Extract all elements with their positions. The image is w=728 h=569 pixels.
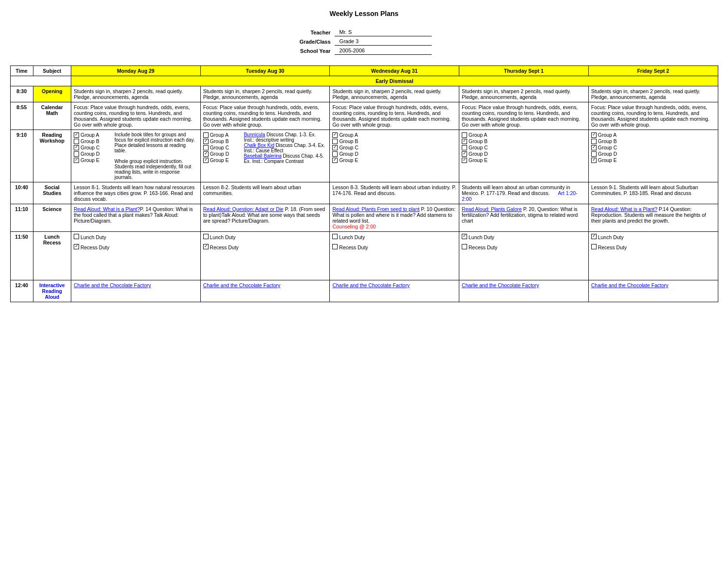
time-lunch: 11:50 [10, 232, 33, 280]
wednesday-science-link[interactable]: Read Aloud: Plants From seed to plant [332, 206, 420, 212]
thursday-groups-list: Group A Group B Group C Group D Group E [462, 132, 501, 163]
wednesday-groups-list: Group A Group B Group C Group D Group E [332, 132, 371, 163]
thursday-chocolate-link[interactable]: Charlie and the Chocolate Factory [462, 282, 539, 288]
thursday-social: Students will learn about an urban commu… [459, 182, 589, 204]
tuesday-group-a: Group A [203, 132, 242, 138]
thursday-group-a: Group A [462, 132, 501, 138]
thursday-lunch-recess: Lunch Duty Recess Duty [459, 232, 589, 280]
tuesday-lunch-recess: Lunch Duty Recess Duty [200, 232, 330, 280]
wednesday-group-b-checkbox [332, 139, 338, 144]
monday-opening: Students sign in, sharpen 2 pencils, rea… [71, 86, 201, 102]
monday-lunch-recess: Lunch Duty Recess Duty [71, 232, 201, 280]
tuesday-chocolate-link[interactable]: Charlie and the Chocolate Factory [203, 282, 280, 288]
wednesday-group-d-checkbox [332, 151, 338, 157]
thursday-science-link[interactable]: Read Aloud: Plants Galore [462, 206, 522, 212]
wednesday-chocolate-link[interactable]: Charlie and the Chocolate Factory [332, 282, 409, 288]
page: Weekly Lesson Plans Teacher Mr. S Grade/… [10, 10, 718, 302]
friday-group-c: Group C [591, 145, 630, 150]
tuesday-reading: Group A Group B Group C Group D Group E … [200, 130, 330, 182]
thursday-group-e-checkbox [462, 158, 467, 163]
time-social: 10:40 [10, 182, 33, 204]
friday-group-a: Group A [591, 132, 630, 138]
friday-chocolate-link[interactable]: Charlie and the Chocolate Factory [591, 282, 668, 288]
page-title: Weekly Lesson Plans [10, 10, 718, 17]
tuesday-calendar: Focus: Place value through hundreds, odd… [200, 102, 330, 130]
friday-lunch-recess: Lunch Duty Recess Duty [588, 232, 718, 280]
monday-group-b: Group B [74, 138, 113, 144]
thursday-group-d: Group D [462, 151, 501, 157]
wednesday-interactive: Charlie and the Chocolate Factory [330, 280, 459, 302]
header-thursday: Thursday Sept 1 [459, 66, 589, 76]
monday-science-link[interactable]: Read Aloud: What is a Plant? [74, 206, 140, 212]
tuesday-group-e-checkbox [203, 158, 209, 163]
tuesday-reading-notes: Bunnicula Discuss Chap. 1-3. Ex. Inst.: … [244, 132, 327, 164]
tuesday-group-e: Group E [203, 157, 242, 163]
friday-group-b-checkbox [591, 139, 597, 144]
thursday-group-b: Group B [462, 138, 501, 144]
wednesday-group-d: Group D [332, 151, 371, 157]
tuesday-interactive: Charlie and the Chocolate Factory [200, 280, 330, 302]
friday-lunch-checkbox [591, 234, 597, 239]
time-opening: 8:30 [10, 86, 33, 102]
thursday-interactive: Charlie and the Chocolate Factory [459, 280, 589, 302]
main-table: Time Subject Monday Aug 29 Tuesday Aug 3… [10, 65, 718, 302]
year-value: 2005-2006 [335, 47, 432, 55]
wednesday-reading: Group A Group B Group C Group D Group E [330, 130, 459, 182]
header-wednesday: Wednesday Aug 31 [330, 66, 459, 76]
wednesday-calendar: Focus: Place value through hundreds, odd… [330, 102, 459, 130]
thursday-group-b-checkbox [462, 139, 467, 144]
monday-lunch-checkbox [74, 234, 79, 239]
friday-group-d: Group D [591, 151, 630, 157]
monday-recess-checkbox [74, 244, 79, 249]
header-friday: Friday Sept 2 [588, 66, 718, 76]
thursday-group-a-checkbox [462, 132, 467, 138]
tuesday-group-a-checkbox [203, 132, 209, 138]
time-reading: 9:10 [10, 130, 33, 182]
wednesday-lunch-recess: Lunch Duty Recess Duty [330, 232, 459, 280]
monday-group-c-checkbox [74, 145, 79, 150]
tuesday-opening: Students sign in, sharpen 2 pencils, rea… [200, 86, 330, 102]
monday-science: Read Aloud: What is a Plant?P. 14 Questi… [71, 204, 201, 232]
thursday-reading: Group A Group B Group C Group D Group E [459, 130, 589, 182]
monday-group-c: Group C [74, 145, 113, 150]
wednesday-group-c: Group C [332, 145, 371, 150]
friday-science: Read Aloud: What is a Plant? P.14 Questi… [588, 204, 718, 232]
tuesday-science-link[interactable]: Read Aloud: Question: Adapt or Die [203, 206, 284, 212]
friday-recess-checkbox [591, 244, 597, 249]
friday-group-a-checkbox [591, 132, 597, 138]
tuesday-baseball-link[interactable]: Baseball Balerina [244, 153, 282, 159]
wednesday-group-e-checkbox [332, 158, 338, 163]
tuesday-recess-checkbox [203, 244, 209, 249]
tuesday-groups-list: Group A Group B Group C Group D Group E [203, 132, 242, 164]
header-time: Time [10, 66, 33, 76]
friday-science-link[interactable]: Read Aloud: What is a Plant? [591, 206, 658, 212]
monday-interactive: Charlie and the Chocolate Factory [71, 280, 201, 302]
monday-group-e: Group E [74, 157, 113, 163]
friday-group-e-checkbox [591, 158, 597, 163]
wednesday-science: Read Aloud: Plants From seed to plant P.… [330, 204, 459, 232]
tuesday-bunnicula-link[interactable]: Bunnicula [244, 132, 265, 137]
friday-reading: Group A Group B Group C Group D Group E [588, 130, 718, 182]
subject-calendar: Calendar Math [33, 102, 71, 130]
wednesday-lunch-checkbox [332, 234, 338, 239]
thursday-recess-checkbox [462, 244, 467, 249]
teacher-value: Mr. S [335, 28, 432, 36]
monday-group-a-checkbox [74, 132, 79, 138]
grade-label: Grade/Class [296, 37, 333, 46]
tuesday-chalkbox-link[interactable]: Chalk Box Kid [244, 143, 275, 148]
friday-social: Lesson 9-1. Students will learn about Su… [588, 182, 718, 204]
subject-reading: Reading Workshop [33, 130, 71, 182]
friday-group-b: Group B [591, 138, 630, 144]
wednesday-group-e: Group E [332, 157, 371, 163]
early-dismissal: Early Dismissal [71, 76, 718, 86]
wednesday-counseling: Counseling @ 2:00 [332, 224, 375, 229]
monday-chocolate-link[interactable]: Charlie and the Chocolate Factory [74, 282, 151, 288]
tuesday-group-d: Group D [203, 151, 242, 157]
tuesday-group-c: Group C [203, 145, 242, 150]
tuesday-group-c-checkbox [203, 145, 209, 150]
subject-interactive: Interactive Reading Aloud [33, 280, 71, 302]
tuesday-lunch-checkbox [203, 234, 209, 239]
subject-science: Science [33, 204, 71, 232]
subject-social: Social Studies [33, 182, 71, 204]
thursday-science: Read Aloud: Plants Galore P. 20, Questio… [459, 204, 589, 232]
